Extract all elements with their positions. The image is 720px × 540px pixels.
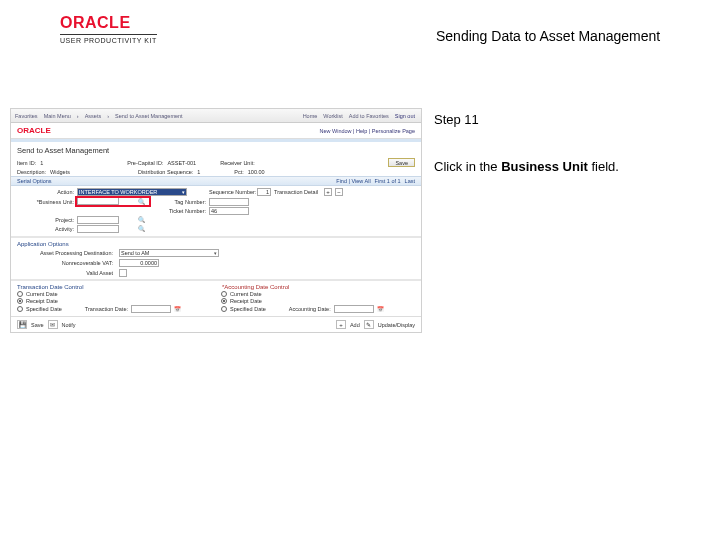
seq-num-field[interactable]: 1 [257,188,271,196]
valid-asset-label: Valid Asset [17,270,113,276]
asset-dest-dropdown[interactable]: Send to AM▾ [119,249,219,257]
personalize-links[interactable]: New Window | Help | Personalize Page [320,128,416,134]
add-button[interactable]: Add [350,322,360,328]
minus-icon[interactable]: − [335,188,343,196]
tdc-current-date-label: Current Date [26,291,58,297]
page-title: Send to Asset Management [11,142,421,157]
accounting-date-label: Accounting Date: [289,306,331,312]
pct-label: Pct: [234,169,243,175]
chevron-right-icon: › [107,113,109,119]
nav-favorites[interactable]: Favorites [15,113,38,119]
project-field[interactable] [77,216,119,224]
app-brand-bar: ORACLE New Window | Help | Personalize P… [11,123,421,139]
adc-specified-date-label: Specified Date [230,306,266,312]
action-label: Action: [17,189,77,195]
serial-options-section: Serial Options Find | View All First 1 o… [11,176,421,186]
transaction-date-field[interactable] [131,305,171,313]
chevron-right-icon: › [77,113,79,119]
application-options-title: Application Options [11,237,421,248]
find-viewall-link[interactable]: Find | View All [336,178,370,184]
adc-receipt-date-radio[interactable] [221,298,227,304]
transaction-date-control-title: Transaction Date Control [11,280,216,291]
adc-current-date-label: Current Date [230,291,262,297]
ticket-number-field[interactable]: 46 [209,207,249,215]
tag-number-field[interactable] [209,198,249,206]
add-icon[interactable]: + [336,320,346,329]
business-unit-label: *Business Unit: [17,199,77,205]
project-label: Project: [17,217,77,223]
breadcrumb-assets[interactable]: Assets [85,113,102,119]
transaction-date-label: Transaction Date: [85,306,128,312]
action-dropdown[interactable]: INTERFACE TO WORKORDER▾ [77,188,187,196]
adc-specified-date-radio[interactable] [221,306,227,312]
valid-asset-checkbox[interactable] [119,269,127,277]
dist-seq-value: 1 [197,169,200,175]
accounting-date-field[interactable] [334,305,374,313]
nav-signout[interactable]: Sign out [395,113,415,119]
save-button[interactable]: Save [31,322,44,328]
description-value: Widgets [50,169,70,175]
oracle-logo-block: ORACLE USER PRODUCTIVITY KIT [60,14,157,44]
activity-label: Activity: [17,226,77,232]
dist-seq-label: Distribution Sequence: [138,169,193,175]
document-title: Sending Data to Asset Management [436,28,660,44]
accounting-date-control-title: *Accounting Date Control [216,280,421,291]
last-link[interactable]: Last [405,178,415,184]
serial-options-title: Serial Options [17,178,52,184]
tdc-specified-date-radio[interactable] [17,306,23,312]
nav-worklist[interactable]: Worklist [323,113,342,119]
lookup-icon[interactable]: 🔍 [137,216,145,224]
lookup-icon[interactable]: 🔍 [137,225,145,233]
oracle-logo: ORACLE [60,14,157,32]
nonrecoverable-vat-field[interactable]: 0.0000 [119,259,159,267]
save-icon[interactable]: 💾 [17,320,27,329]
save-button-top[interactable]: Save [388,158,415,167]
oracle-mini-logo: ORACLE [17,126,51,135]
tdc-receipt-date-label: Receipt Date [26,298,58,304]
lookup-icon[interactable]: 🔍 [137,198,145,206]
item-id-value: 1 [40,160,43,166]
receiver-unit-label: Receiver Unit: [220,160,255,166]
instruction-text: Click in the Business Unit field. [434,159,704,174]
seq-num-label: Sequence Number: [209,189,257,195]
breadcrumb-send-to-am[interactable]: Send to Asset Management [115,113,183,119]
asset-dest-label: Asset Processing Destination: [17,250,113,256]
tag-number-label: Tag Number: [149,199,209,205]
plus-icon[interactable]: + [324,188,332,196]
precapital-label: Pre-Capital ID: [127,160,163,166]
tdc-receipt-date-radio[interactable] [17,298,23,304]
range-label: First 1 of 1 [375,178,401,184]
step-label: Step 11 [434,112,704,127]
update-icon[interactable]: ✎ [364,320,374,329]
nav-main-menu[interactable]: Main Menu [44,113,71,119]
trans-detail-link[interactable]: Transaction Detail [274,189,321,195]
calendar-icon[interactable]: 📅 [377,306,384,312]
notify-icon[interactable]: ✉ [48,320,58,329]
description-label: Description: [17,169,46,175]
adc-receipt-date-label: Receipt Date [230,298,262,304]
activity-field[interactable] [77,225,119,233]
calendar-icon[interactable]: 📅 [174,306,181,312]
ticket-number-label: Ticket Number: [149,208,209,214]
business-unit-field[interactable] [77,197,119,205]
update-display-button[interactable]: Update/Display [378,322,415,328]
nav-home[interactable]: Home [303,113,318,119]
item-id-label: Item ID: [17,160,36,166]
adc-current-date-radio[interactable] [221,291,227,297]
nonrecoverable-vat-label: Nonrecoverable VAT: [17,260,113,266]
tdc-current-date-radio[interactable] [17,291,23,297]
notify-button[interactable]: Notify [62,322,76,328]
nav-add-favorites[interactable]: Add to Favorites [349,113,389,119]
app-breadcrumb-bar: Favorites Main Menu › Assets › Send to A… [11,109,421,123]
embedded-app-screenshot: Favorites Main Menu › Assets › Send to A… [10,108,422,333]
upk-label: USER PRODUCTIVITY KIT [60,34,157,44]
pct-value: 100.00 [248,169,265,175]
precapital-value: ASSET-001 [167,160,196,166]
tdc-specified-date-label: Specified Date [26,306,62,312]
